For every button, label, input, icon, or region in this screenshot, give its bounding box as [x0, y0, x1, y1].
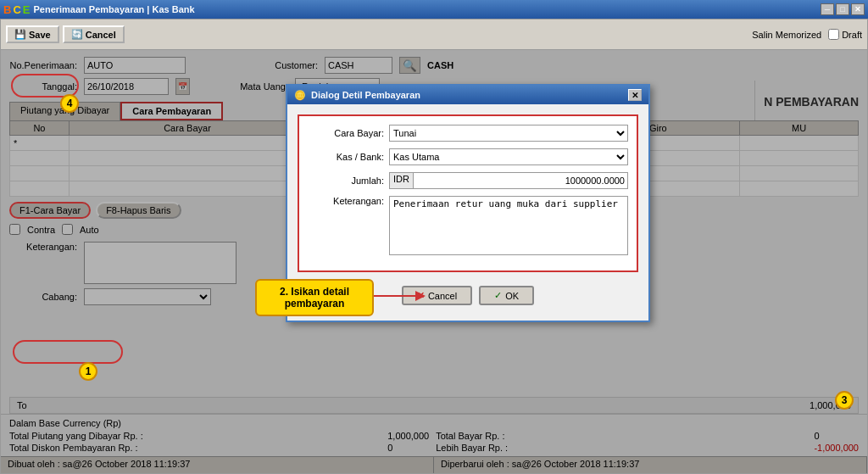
modal-row-keterangan: Keterangan: Penerimaan retur uang muka d…	[308, 196, 628, 255]
modal-kas-bank-select[interactable]: Kas Utama Bank BCA Bank Mandiri	[389, 148, 628, 165]
cancel-button[interactable]: 🔄 Cancel	[63, 25, 125, 43]
ok-check-icon: ✓	[494, 290, 502, 301]
modal-keterangan-textarea[interactable]: Penerimaan retur uang muka dari supplier	[389, 196, 628, 255]
modal-overlay: 🪙 Dialog Detil Pembayaran ✕ Cara Bayar: …	[1, 50, 867, 473]
main-window: 💾 Save 🔄 Cancel Salin Memorized Draft N …	[0, 19, 868, 474]
toolbar-right: Salin Memorized Draft	[752, 29, 862, 40]
salin-memorized-label: Salin Memorized	[752, 30, 821, 40]
minimize-btn[interactable]: ─	[821, 3, 834, 15]
modal-row-jumlah: Jumlah: IDR	[308, 172, 628, 189]
modal-cara-bayar-select[interactable]: Tunai Cek Giro Transfer	[389, 125, 628, 142]
draft-label: Draft	[842, 30, 862, 40]
cancel-icon: 🔄	[71, 29, 83, 40]
draft-checkbox[interactable]	[828, 29, 839, 40]
modal-row-cara-bayar: Cara Bayar: Tunai Cek Giro Transfer	[308, 125, 628, 142]
save-button[interactable]: 💾 Save	[6, 25, 59, 43]
modal-jumlah-container: IDR	[389, 172, 628, 189]
callout-1: 1	[79, 362, 97, 381]
modal-jumlah-label: Jumlah:	[308, 176, 384, 186]
modal-cara-bayar-label: Cara Bayar:	[308, 128, 384, 138]
modal-close-btn[interactable]: ✕	[628, 89, 642, 101]
app-logo: B C E	[3, 3, 30, 16]
modal-titlebar: 🪙 Dialog Detil Pembayaran ✕	[287, 86, 648, 104]
maximize-btn[interactable]: □	[836, 3, 849, 15]
modal-title: Dialog Detil Pembayaran	[311, 90, 420, 100]
window-controls: ─ □ ✕	[821, 3, 865, 15]
callout-4: 4	[60, 94, 79, 113]
modal-keterangan-label: Keterangan:	[308, 196, 384, 206]
save-icon: 💾	[14, 29, 26, 40]
modal-kas-bank-label: Kas / Bank:	[308, 152, 384, 162]
modal-inner-box: Cara Bayar: Tunai Cek Giro Transfer Kas …	[298, 114, 638, 272]
toolbar: 💾 Save 🔄 Cancel Salin Memorized Draft	[1, 20, 867, 50]
cancel-x-icon: ✕	[417, 290, 425, 301]
callout-2: 2. Isikan detailpembayaran	[255, 279, 374, 316]
modal-jumlah-input[interactable]	[414, 173, 627, 188]
callout-3: 3	[835, 391, 854, 410]
modal-ok-btn[interactable]: ✓ OK	[479, 286, 534, 305]
title-bar: B C E Penerimaan Pembayaran | Kas Bank ─…	[0, 0, 868, 19]
modal-icon: 🪙	[294, 90, 306, 101]
draft-checkbox-container: Draft	[828, 29, 862, 40]
window-title: Penerimaan Pembayaran | Kas Bank	[33, 4, 194, 14]
modal-row-kas-bank: Kas / Bank: Kas Utama Bank BCA Bank Mand…	[308, 148, 628, 165]
modal-cancel-btn[interactable]: ✕ Cancel	[402, 286, 472, 305]
modal-jumlah-prefix: IDR	[390, 173, 414, 188]
close-btn[interactable]: ✕	[851, 3, 865, 15]
